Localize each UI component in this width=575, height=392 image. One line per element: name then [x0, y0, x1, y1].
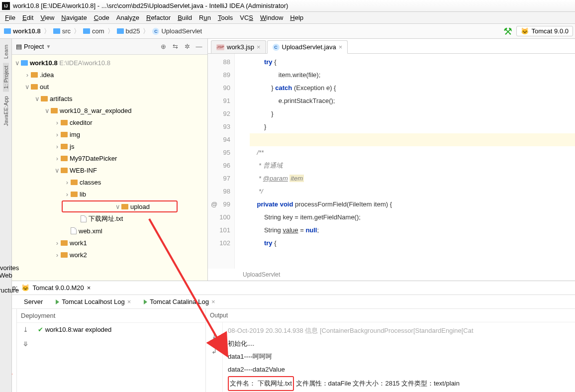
- module-icon: [21, 60, 28, 66]
- menu-edit[interactable]: Edit: [19, 13, 36, 22]
- run-panel-header: Run: 🐱Tomcat 9.0.0.M20×: [0, 281, 575, 295]
- highlight-filename: 文件名： 下载网址.txt: [228, 376, 294, 391]
- menu-analyze[interactable]: Analyze: [113, 13, 142, 22]
- xml-file-icon: [71, 227, 77, 234]
- folder-icon: [51, 108, 58, 113]
- text-file-icon: [81, 215, 87, 222]
- output-column: Output ⤓ ↲ 08-Oct-2019 20.30.14.938 信息 […: [206, 309, 575, 392]
- menu-window[interactable]: Window: [257, 13, 286, 22]
- titlebar: IJ work10.8 [E:\IDEA\work10.8] - ...\src…: [0, 0, 575, 12]
- scroll-icon[interactable]: ⤓: [211, 332, 217, 340]
- expand-toggle[interactable]: ›: [24, 71, 31, 79]
- code-area[interactable]: 8889909192939495969798@99100101102 try {…: [208, 54, 575, 269]
- tool-learn[interactable]: Learn: [3, 42, 9, 62]
- folder-icon: [61, 168, 68, 173]
- menu-build[interactable]: Build: [175, 13, 195, 22]
- crumb-root[interactable]: work10.8: [4, 27, 41, 35]
- expand-toggle[interactable]: ›: [54, 251, 61, 259]
- menu-code[interactable]: Code: [91, 13, 112, 22]
- expand-toggle[interactable]: ∨: [114, 203, 121, 210]
- crumb-src[interactable]: src: [53, 27, 71, 35]
- folder-icon: [61, 240, 68, 246]
- expand-toggle[interactable]: ›: [54, 155, 61, 162]
- tool-javaee[interactable]: JavaEE:App: [3, 93, 9, 129]
- close-icon[interactable]: ×: [127, 298, 131, 305]
- run-subtabs: Server Tomcat Localhost Log× Tomcat Cata…: [0, 295, 575, 309]
- gear-icon[interactable]: ✲: [183, 42, 192, 51]
- deployment-toolbar: ⤓ ⤋: [17, 323, 34, 392]
- tool-web[interactable]: Web: [0, 272, 12, 279]
- expand-toggle[interactable]: ∨: [24, 83, 31, 91]
- crumb-class[interactable]: C UploadServlet: [152, 27, 202, 35]
- tool-structure[interactable]: 7: Structure: [0, 279, 19, 294]
- code-text[interactable]: try { item.write(file); } catch (Excepti…: [235, 54, 575, 269]
- expand-toggle[interactable]: ›: [64, 179, 71, 186]
- close-icon[interactable]: ×: [87, 284, 91, 292]
- editor-breadcrumb[interactable]: UploadServlet: [208, 269, 575, 281]
- close-icon[interactable]: ×: [257, 43, 261, 51]
- menu-file[interactable]: File: [2, 13, 18, 22]
- locate-icon[interactable]: ⊕: [159, 42, 168, 51]
- folder-icon: [61, 252, 68, 258]
- console-output[interactable]: 08-Oct-2019 20.30.14.938 信息 [ContainerBa…: [223, 322, 575, 392]
- project-tree[interactable]: ∨work10.8 E:\IDEA\work10.8 ›.idea ∨out ∨…: [12, 55, 207, 281]
- expand-toggle[interactable]: ›: [54, 131, 61, 138]
- line-gutter: 8889909192939495969798@99100101102: [208, 54, 235, 269]
- chevron-down-icon[interactable]: ▼: [46, 44, 51, 49]
- expand-toggle[interactable]: ›: [54, 119, 61, 126]
- close-icon[interactable]: ×: [211, 298, 215, 305]
- log-icon: [56, 299, 59, 304]
- intellij-icon: IJ: [2, 2, 10, 10]
- expand-toggle[interactable]: ∨: [44, 107, 51, 114]
- menu-help[interactable]: Help: [287, 13, 306, 22]
- tab-uploadservlet-java[interactable]: CUploadServlet.java×: [267, 40, 348, 54]
- tab-work3-jsp[interactable]: JSPwork3.jsp×: [211, 40, 266, 53]
- hide-icon[interactable]: —: [194, 42, 203, 51]
- project-panel: ▤ Project ▼ ⊕ ⇆ ✲ — ∨work10.8 E:\IDEA\wo…: [12, 39, 208, 281]
- tree-download-file[interactable]: 下载网址.txt: [89, 214, 123, 223]
- menu-navigate[interactable]: Navigate: [58, 13, 90, 22]
- window-title: work10.8 [E:\IDEA\work10.8] - ...\src\co…: [13, 2, 288, 9]
- build-icon[interactable]: ⚒: [503, 25, 512, 37]
- deploy-icon[interactable]: ⤓: [23, 326, 28, 333]
- expand-toggle[interactable]: ∨: [54, 167, 61, 174]
- menu-view[interactable]: View: [37, 13, 57, 22]
- tool-project[interactable]: 1: Project: [3, 63, 9, 92]
- folder-icon: [41, 96, 48, 101]
- crumb-bd25[interactable]: bd25: [117, 27, 140, 35]
- expand-toggle[interactable]: ∨: [34, 95, 41, 102]
- tomcat-icon: 🐱: [21, 284, 29, 292]
- nav-breadcrumbs: work10.8 〉 src 〉 com 〉 bd25 〉 C UploadSe…: [0, 24, 575, 39]
- deployment-list[interactable]: ✔ work10.8:war exploded: [34, 323, 205, 392]
- wrap-icon[interactable]: ↲: [211, 348, 217, 355]
- menu-tools[interactable]: Tools: [215, 13, 236, 22]
- subtab-localhost-log[interactable]: Tomcat Localhost Log×: [53, 296, 134, 307]
- menu-vcs[interactable]: VCS: [237, 13, 256, 22]
- subtab-catalina-log[interactable]: Tomcat Catalina Log×: [141, 296, 218, 307]
- project-title[interactable]: Project: [24, 43, 44, 50]
- crumb-com[interactable]: com: [83, 27, 104, 35]
- expand-toggle[interactable]: ∨: [14, 59, 21, 67]
- run-panel: Run: 🐱Tomcat 9.0.0.M20× Server Tomcat Lo…: [0, 281, 575, 392]
- editor-tabs: JSPwork3.jsp× CUploadServlet.java×: [208, 39, 575, 54]
- project-panel-header: ▤ Project ▼ ⊕ ⇆ ✲ —: [12, 39, 207, 55]
- folder-icon: [83, 28, 90, 34]
- run-config-tab[interactable]: 🐱Tomcat 9.0.0.M20×: [21, 284, 91, 292]
- success-icon: ✔: [38, 326, 43, 333]
- deploy-all-icon[interactable]: ⤋: [23, 340, 28, 348]
- java-class-icon: C: [273, 44, 280, 51]
- menu-refactor[interactable]: Refactor: [143, 13, 174, 22]
- tool-favorites[interactable]: 2: Favorites: [0, 257, 19, 272]
- close-icon[interactable]: ×: [339, 43, 343, 51]
- menu-run[interactable]: Run: [196, 13, 214, 22]
- expand-toggle[interactable]: ›: [54, 239, 61, 247]
- expand-toggle[interactable]: ›: [64, 191, 71, 198]
- folder-icon: [4, 28, 11, 34]
- run-config-selector[interactable]: 🐱 Tomcat 9.0.0: [516, 26, 573, 36]
- run-config-label: Tomcat 9.0.0: [532, 27, 569, 35]
- subtab-server[interactable]: Server: [21, 296, 46, 307]
- expand-toggle[interactable]: ›: [54, 143, 61, 150]
- collapse-icon[interactable]: ⇆: [171, 42, 180, 51]
- deployment-item[interactable]: work10.8:war exploded: [45, 326, 112, 333]
- output-toolbar: ⤓ ↲: [206, 322, 223, 392]
